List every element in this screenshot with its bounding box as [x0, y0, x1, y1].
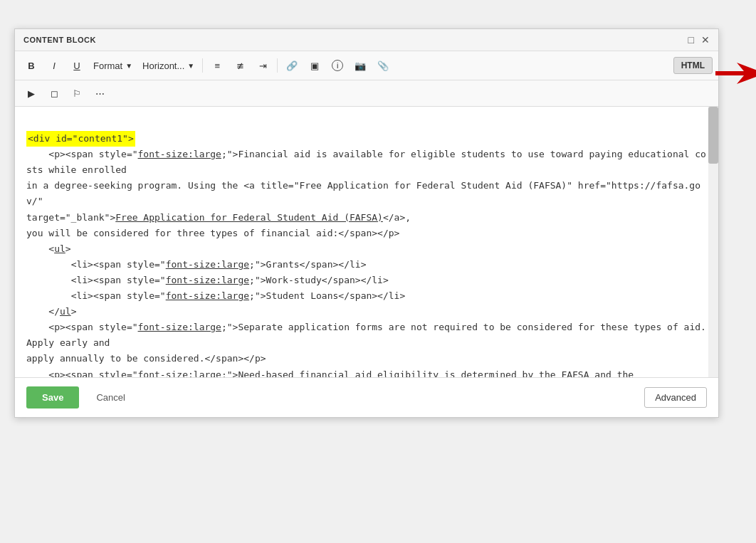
- toolbar-row2: ▶ ◻ ⚐ ⋯: [15, 80, 718, 107]
- toolbar-separator-2: [277, 58, 278, 73]
- horizontal-dropdown[interactable]: Horizont... ▼: [138, 58, 199, 73]
- indent-icon: ⇥: [259, 60, 267, 71]
- close-icon[interactable]: ✕: [701, 35, 710, 45]
- red-arrow-indicator: [715, 63, 756, 84]
- image-button[interactable]: 📷: [350, 56, 371, 75]
- italic-button[interactable]: I: [43, 56, 65, 75]
- save-button[interactable]: Save: [26, 386, 79, 408]
- svg-marker-0: [715, 63, 756, 84]
- video-button[interactable]: ▶: [21, 83, 42, 103]
- editor-content[interactable]: <div id="content1"> <p><span style="font…: [26, 115, 707, 377]
- attachment-icon: 📎: [377, 60, 389, 71]
- widget-button[interactable]: ⚐: [66, 83, 88, 103]
- video-icon: ▶: [28, 88, 35, 99]
- scrollbar-track[interactable]: [708, 107, 718, 377]
- format-label: Format: [93, 60, 122, 71]
- maximize-icon[interactable]: □: [688, 35, 694, 45]
- advanced-button[interactable]: Advanced: [644, 387, 707, 408]
- table-icon: ◻: [51, 88, 58, 99]
- link-icon: 🔗: [286, 60, 298, 71]
- widget-icon: ⚐: [73, 88, 81, 99]
- toolbar-separator-1: [202, 58, 203, 73]
- ordered-list-icon: ≢: [236, 60, 244, 71]
- underline-button[interactable]: U: [66, 56, 88, 75]
- modal-title: CONTENT BLOCK: [23, 36, 96, 44]
- ordered-list-button[interactable]: ≢: [229, 56, 251, 75]
- format-chevron-icon: ▼: [125, 62, 132, 70]
- editor-area: <div id="content1"> <p><span style="font…: [15, 107, 718, 377]
- link-button[interactable]: 🔗: [281, 56, 303, 75]
- box-icon: ▣: [310, 60, 319, 71]
- bold-button[interactable]: B: [21, 56, 42, 75]
- modal-footer: Save Cancel Advanced: [15, 377, 718, 417]
- format-dropdown[interactable]: Format ▼: [89, 58, 137, 73]
- box-button[interactable]: ▣: [304, 56, 325, 75]
- modal-header: CONTENT BLOCK □ ✕: [15, 29, 718, 51]
- info-icon: i: [332, 60, 343, 71]
- cancel-button[interactable]: Cancel: [86, 386, 135, 408]
- table-button[interactable]: ◻: [43, 83, 65, 103]
- editor-scroll[interactable]: <div id="content1"> <p><span style="font…: [15, 107, 718, 377]
- horizontal-chevron-icon: ▼: [187, 62, 194, 70]
- content-block-modal: CONTENT BLOCK □ ✕ B I U Format ▼ Horizon…: [14, 28, 719, 418]
- info-button[interactable]: i: [327, 56, 348, 75]
- attachment-button[interactable]: 📎: [372, 56, 394, 75]
- image-icon: 📷: [355, 60, 366, 71]
- unordered-list-icon: ≡: [214, 60, 220, 71]
- html-button[interactable]: HTML: [673, 57, 713, 74]
- horizontal-label: Horizont...: [142, 60, 184, 71]
- scrollbar-thumb[interactable]: [708, 107, 718, 164]
- modal-controls: □ ✕: [688, 35, 710, 45]
- more-button[interactable]: ⋯: [89, 83, 110, 103]
- toolbar-row1: B I U Format ▼ Horizont... ▼ ≡: [15, 51, 718, 80]
- more-icon: ⋯: [95, 88, 105, 99]
- indent-button[interactable]: ⇥: [252, 56, 273, 75]
- footer-left: Save Cancel: [26, 386, 135, 408]
- div-highlight: <div id="content1">: [26, 131, 135, 147]
- unordered-list-button[interactable]: ≡: [206, 56, 228, 75]
